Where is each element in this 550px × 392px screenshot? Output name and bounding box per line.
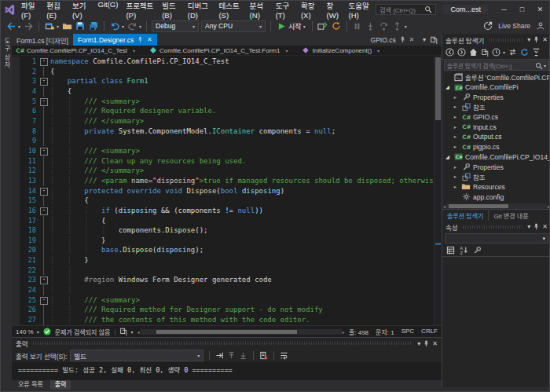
alphabetical-sort-icon[interactable]: AZ (460, 246, 468, 255)
glyph-margin[interactable] (12, 106, 20, 116)
expander-icon[interactable]: ▸ (452, 114, 459, 120)
tree-item[interactable]: ▸Resources (442, 182, 550, 192)
pin-icon[interactable] (137, 36, 144, 43)
navigate-back-button[interactable] (6, 20, 16, 32)
glyph-margin[interactable] (12, 186, 20, 196)
menu-item[interactable]: 분석(N) (246, 0, 272, 20)
step-out-button[interactable] (392, 20, 403, 32)
hot-reload-button[interactable] (331, 20, 342, 32)
glyph-margin[interactable] (12, 97, 20, 107)
glyph-margin[interactable] (12, 236, 20, 246)
glyph-margin[interactable] (12, 86, 20, 97)
menu-item[interactable]: 디버그(D) (184, 0, 215, 20)
glyph-margin[interactable] (12, 156, 20, 167)
undo-button[interactable] (109, 20, 120, 32)
glyph-margin[interactable] (12, 225, 20, 236)
pin-icon[interactable] (533, 36, 540, 43)
step-over-button[interactable] (379, 20, 390, 32)
navigation-bar-segment[interactable]: InitializeComponent()▾ (302, 46, 383, 54)
solution-configuration-select[interactable]: Debug▾ (152, 20, 199, 32)
live-share-label[interactable]: Live Share (498, 22, 530, 30)
glyph-margin[interactable] (12, 126, 20, 137)
redo-dropdown-icon[interactable]: ▾ (139, 24, 141, 29)
scrollbar-track[interactable] (141, 329, 342, 335)
zoom-level-select[interactable]: 140 % (16, 328, 34, 335)
glyph-margin[interactable] (12, 266, 20, 276)
navigation-bar-segment[interactable]: Comfile.ComfilePi.CP_IO14_C_Test.Form1▾ (149, 46, 291, 54)
new-project-dropdown-icon[interactable]: ▾ (57, 24, 59, 29)
redo-button[interactable] (126, 20, 138, 32)
property-pages-icon[interactable] (473, 246, 482, 255)
fold-toggle[interactable] (39, 206, 48, 216)
menu-item[interactable]: 프로젝트(P) (122, 0, 158, 20)
glyph-margin[interactable] (12, 216, 20, 226)
tree-item[interactable]: ◢C#Comfile.ComfilePi (442, 82, 550, 93)
step-into-button[interactable] (365, 20, 376, 32)
document-dropdown-icon[interactable]: ▾ (423, 36, 426, 43)
output-next-message-icon[interactable] (239, 351, 248, 360)
fold-toggle[interactable] (39, 76, 48, 86)
tree-item[interactable]: ▸C#pigpio.cs (442, 142, 550, 152)
tree-item[interactable]: ▸C#Output.cs (442, 132, 550, 142)
chevron-down-icon[interactable]: ▾ (285, 48, 288, 53)
search-options-icon[interactable]: ▾ (544, 63, 546, 68)
glyph-margin[interactable] (12, 166, 20, 176)
expander-icon[interactable]: ◢ (444, 84, 451, 90)
close-panel-icon[interactable]: ✕ (542, 223, 548, 230)
glyph-margin[interactable] (12, 206, 20, 216)
editor-tab[interactable]: Form1.cs [디자인] (12, 34, 73, 46)
properties-object-select[interactable]: ▾ (445, 233, 548, 244)
output-goto-message-icon[interactable] (215, 351, 224, 360)
close-panel-icon[interactable]: ✕ (542, 36, 548, 43)
expander-icon[interactable]: ▸ (452, 104, 459, 110)
sync-active-document-icon[interactable] (508, 48, 517, 57)
expander-icon[interactable]: ▸ (452, 164, 459, 170)
glyph-margin[interactable] (12, 146, 20, 156)
save-button[interactable] (75, 20, 86, 32)
menu-item[interactable]: 확장(X) (297, 0, 323, 20)
menu-item[interactable]: Git(G) (94, 0, 123, 20)
fold-toggle[interactable] (39, 275, 48, 285)
chevron-down-icon[interactable]: ▾ (133, 48, 135, 53)
glyph-margin[interactable] (12, 67, 20, 77)
refresh-icon[interactable] (520, 48, 529, 57)
fold-toggle[interactable] (39, 57, 48, 67)
start-debugging-button[interactable]: 시작 ▾ (276, 21, 307, 31)
glyph-margin[interactable] (12, 245, 20, 255)
menu-item[interactable]: 도움말(H) (345, 0, 376, 20)
menu-item[interactable]: 도구(T) (272, 0, 297, 20)
fold-toggle[interactable] (39, 146, 48, 156)
editor-vertical-scrollbar[interactable] (434, 56, 442, 325)
health-indicator-label[interactable]: 문제가 검색되지 않음 (55, 328, 111, 336)
close-button[interactable]: ✕ (531, 2, 549, 16)
menu-item[interactable]: 보기(V) (68, 0, 94, 20)
output-source-select[interactable]: 빌드 ▾ (70, 350, 204, 361)
menu-item[interactable]: 빌드(B) (158, 0, 184, 20)
tool-window-tab[interactable]: 솔루션 탐색기 (442, 210, 489, 221)
bottom-tool-window-tab[interactable]: 오류 목록 (13, 380, 48, 390)
glyph-margin[interactable] (12, 315, 20, 325)
navigate-forward-button[interactable] (23, 20, 34, 32)
glyph-margin[interactable] (12, 305, 20, 315)
toolbar-overflow-icon[interactable]: ▾ (405, 24, 407, 29)
tree-item[interactable]: ◢C#Comfile.ComfilePi.CP_IO14_C_T (442, 152, 550, 163)
tree-item[interactable]: 솔루션 'Comfile.ComfilePi.CP_IO14_ (442, 72, 550, 82)
switch-views-icon[interactable] (481, 49, 489, 57)
collapse-all-icon[interactable] (532, 48, 541, 57)
fold-toggle[interactable] (39, 97, 48, 107)
output-clear-all-icon[interactable] (259, 351, 268, 360)
compare-dropdown-icon[interactable]: ▾ (130, 329, 133, 335)
expander-icon[interactable]: ▸ (452, 174, 459, 180)
solution-explorer-search-input[interactable]: 솔루션 탐색기 검색(Ctrl+;) ▾ (444, 60, 549, 71)
tree-item[interactable]: ▸Properties (442, 92, 550, 102)
window-position-icon[interactable]: ▾ (527, 36, 530, 43)
menu-item[interactable]: 파일(F) (17, 0, 42, 20)
close-tab-icon[interactable]: ✕ (409, 36, 414, 43)
back-circle-icon[interactable] (446, 48, 454, 57)
fold-toggle[interactable] (39, 295, 48, 306)
chevron-down-icon[interactable]: ▾ (377, 48, 380, 53)
minimize-button[interactable]: ─ (495, 2, 513, 16)
tree-item[interactable]: ▸Properties (442, 162, 550, 172)
glyph-margin[interactable] (12, 57, 20, 67)
menu-item[interactable]: 창(W) (323, 0, 345, 20)
